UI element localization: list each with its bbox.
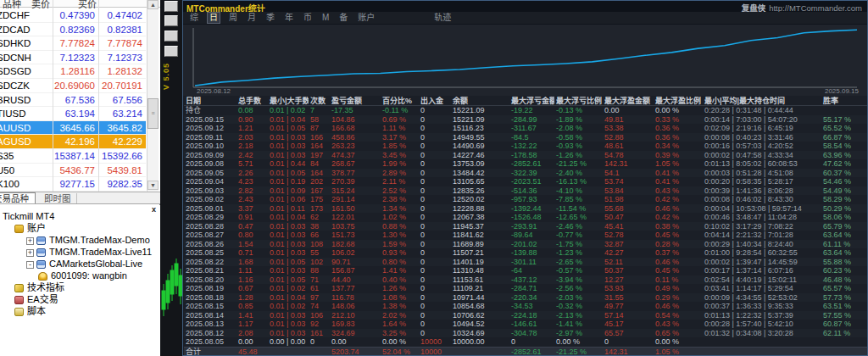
table-row[interactable]: 2025.09.092.420.01 | 0.03197474.373.45 %…: [184, 151, 868, 160]
table-row[interactable]: 2025.09.044.230.01 | 0.19202270.392.11 %…: [184, 177, 868, 186]
tree-item[interactable]: 技术指标: [0, 282, 160, 294]
table-row[interactable]: 2025.09.032.820.01 | 0.09167315.242.52 %…: [184, 186, 868, 196]
cell: 62.11 %: [821, 329, 868, 338]
market-watch-row[interactable]: S3515387.1415392.66: [0, 149, 146, 164]
minimize-button[interactable]: [164, 1, 178, 12]
header-cell[interactable]: 最小|大手数: [268, 97, 309, 105]
market-watch-row[interactable]: ZDCHF0.473900.47402: [0, 8, 146, 23]
cell: 15221.09: [451, 115, 509, 125]
table-row[interactable]: 2025.08.190.670.01 | 0.0261137.771.26 %0…: [184, 284, 868, 293]
tree-item[interactable]: 账户: [0, 223, 160, 235]
stats-tab-综[interactable]: 综: [188, 13, 200, 23]
expander-icon[interactable]: +: [26, 249, 34, 257]
stats-tab-轨迹[interactable]: 轨迹: [432, 13, 453, 23]
table-row[interactable]: 2025.09.022.430.01 | 0.06175291.142.38 %…: [184, 195, 868, 204]
cell: 10000: [419, 348, 451, 356]
table-row[interactable]: 2025.08.290.910.01 | 0.0462122.011.02 %0…: [184, 213, 868, 222]
table-row[interactable]: 2025.09.013.370.01 | 0.11173161.501.34 %…: [184, 204, 868, 214]
header-cell[interactable]: 余额: [451, 97, 509, 105]
stats-tab-币[interactable]: 币: [302, 13, 314, 23]
table-row[interactable]: 2025.08.050.000.00 | 0.0000.000.00 %1000…: [184, 337, 868, 347]
stats-tab-周[interactable]: 周: [227, 13, 239, 23]
table-row[interactable]: 2025.08.211.110.01 | 0.0388156.871.41 %0…: [184, 266, 868, 275]
market-watch-row[interactable]: AUUSD3645.663645.82: [0, 121, 146, 136]
header-cell[interactable]: 盈亏金额: [330, 97, 381, 105]
tree-item[interactable]: Tickmill MT4: [0, 211, 160, 223]
table-row[interactable]: 2025.09.085.710.01 | 0.4484268.671.99 %0…: [184, 159, 868, 169]
header-cell[interactable]: 最大浮盈金额: [603, 97, 654, 105]
market-watch-row[interactable]: SDHKD7.778247.77874: [0, 36, 146, 51]
header-cell[interactable]: 最小|平均|最大持仓时间: [703, 97, 821, 105]
header-cell[interactable]: 总手数: [236, 97, 268, 105]
move-button[interactable]: [164, 15, 178, 26]
table-row[interactable]: 2025.09.102.180.01 | 0.03164263.231.85 %…: [184, 142, 868, 151]
scroll-up-icon[interactable]: ▲: [147, 0, 159, 9]
header-cell[interactable]: 最大浮盈比例: [654, 97, 703, 105]
stats-tab-年[interactable]: 年: [283, 13, 295, 23]
tab-symbols[interactable]: 交易品种: [0, 192, 36, 204]
header-cell[interactable]: 日期: [184, 97, 236, 105]
tree-item[interactable]: 脚本: [0, 306, 160, 318]
market-watch-row[interactable]: BRUSD67.53667.556: [0, 93, 146, 108]
market-watch-row[interactable]: ZDCAD0.823690.82381: [0, 23, 146, 37]
cell: -201.02: [509, 240, 554, 249]
table-row[interactable]: 2025.08.181.280.01 | 0.0497116.781.08 %0…: [184, 293, 868, 303]
stats-tab-月[interactable]: 月: [246, 13, 258, 23]
statistics-titlebar[interactable]: MTCommander统计 复盘侠http://MTCommander.com: [183, 1, 867, 12]
table-row[interactable]: 2025.08.141.410.01 | 0.03106212.102.02 %…: [184, 311, 868, 320]
cell: 458.86: [330, 133, 381, 142]
market-watch-scrollbar[interactable]: ▲ ≡ ▼: [147, 0, 159, 192]
table-row[interactable]: 持仓0.080.01 | 0.027-17.35-0.11 %015221.09…: [184, 106, 868, 115]
market-watch-row[interactable]: K1009277.159282.35: [0, 177, 146, 192]
cell: 0: [419, 106, 451, 115]
stats-tab-备[interactable]: 备: [337, 13, 349, 23]
table-row[interactable]: 2025.08.280.470.01 | 0.0338103.750.88 %0…: [184, 222, 868, 231]
stats-tab-账户[interactable]: 账户: [356, 13, 376, 23]
bid-price: 7.77824: [59, 38, 95, 48]
symbol-name: BRUSD: [0, 95, 31, 105]
tree-item[interactable]: +TMGM.TradeMax-Demo: [0, 235, 160, 247]
stats-tab-M[interactable]: M: [320, 13, 331, 23]
scroll-down-icon[interactable]: ▼: [147, 181, 159, 190]
table-row[interactable]: 2025.08.131.170.01 | 0.0392169.831.64 %0…: [184, 320, 868, 329]
scroll-thumb[interactable]: ≡: [147, 98, 159, 129]
cell: 0: [603, 337, 654, 347]
table-row[interactable]: 2025.08.261.540.01 | 0.03108182.681.59 %…: [184, 240, 868, 249]
stats-tab-日[interactable]: 日: [207, 12, 220, 24]
table-row[interactable]: 合计45.485203.7452.04 %10000-2852.61-21.25…: [184, 347, 868, 356]
tab-tick-chart[interactable]: 即时图: [38, 193, 78, 204]
cell: 161.50: [330, 204, 381, 214]
tree-item[interactable]: +TMGM.TradeMax-Live11: [0, 247, 160, 259]
market-watch-row[interactable]: SDSGD1.281161.28132: [0, 64, 146, 79]
table-row[interactable]: 2025.09.112.030.01 | 0.03166458.863.17 %…: [184, 133, 868, 142]
header-cell[interactable]: 最大浮亏金额: [509, 97, 554, 105]
tree-item[interactable]: EA交易: [0, 294, 160, 306]
expander-icon[interactable]: -: [26, 261, 34, 269]
market-watch-row[interactable]: AGUSD42.19642.229: [0, 135, 146, 149]
table-row[interactable]: 2025.08.221.680.01 | 0.0510290.710.80 %0…: [184, 258, 868, 267]
market-watch-row[interactable]: SDCNH7.123237.12373: [0, 51, 146, 65]
cell: 0:01:00 | 9:28:54 | 60:32:55: [703, 248, 821, 258]
cell: 0.01 | 0.04: [268, 213, 309, 222]
header-cell[interactable]: 次数: [309, 97, 330, 105]
market-watch-row[interactable]: TIUSD63.19463.214: [0, 107, 146, 121]
header-cell[interactable]: 胜率: [821, 97, 868, 105]
header-cell[interactable]: 最大浮亏比例: [554, 97, 603, 105]
header-cell[interactable]: 出入金: [419, 97, 451, 105]
tree-item[interactable]: -CAMarketsGlobal-Live: [0, 259, 160, 270]
expander-icon[interactable]: +: [26, 237, 34, 245]
header-cell[interactable]: 百分比%: [381, 97, 419, 105]
table-row[interactable]: 2025.09.150.900.01 | 0.0458104.860.69 %0…: [184, 115, 868, 125]
table-row[interactable]: 2025.09.121.210.01 | 0.0587166.681.11 %0…: [184, 124, 868, 133]
table-row[interactable]: 2025.08.201.160.01 | 0.057144.400.40 %01…: [184, 275, 868, 285]
cell: 0:00:03 | 0:51:28 | 4:51:08: [703, 169, 821, 178]
tree-item[interactable]: 6001099: wangbin: [0, 270, 160, 282]
table-row[interactable]: 2025.09.052.260.01 | 0.05164378.772.89 %…: [184, 169, 868, 178]
market-watch-row[interactable]: SDCZK20.6906020.70191: [0, 79, 146, 93]
table-row[interactable]: 2025.08.250.710.01 | 0.0355106.020.93 %0…: [184, 248, 868, 258]
stats-tab-季[interactable]: 季: [264, 13, 276, 23]
market-watch-row[interactable]: U505436.775439.81: [0, 164, 146, 178]
table-row[interactable]: 2025.08.270.800.01 | 0.0366151.731.30 %0…: [184, 231, 868, 240]
table-row[interactable]: 2025.08.150.850.01 | 0.0274148.061.38 %0…: [184, 302, 868, 311]
table-row[interactable]: 2025.08.122.080.01 | 0.03161324.693.25 %…: [184, 329, 868, 338]
